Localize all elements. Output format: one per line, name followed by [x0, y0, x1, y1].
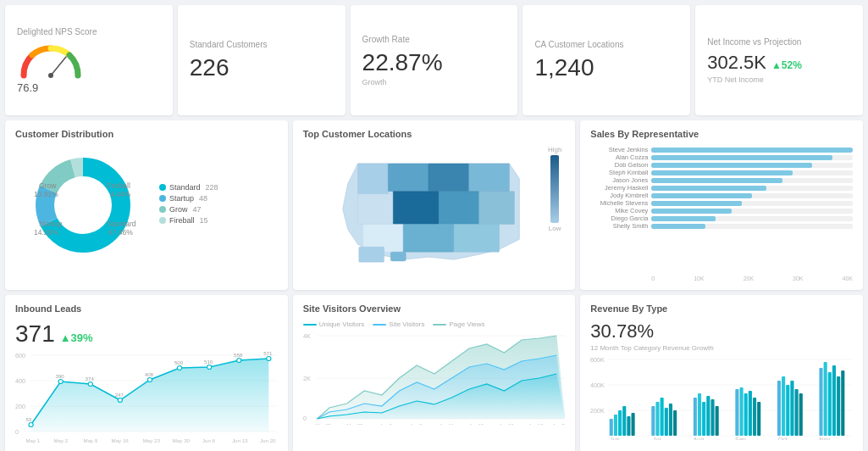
- svg-text:Jun 6: Jun 6: [202, 437, 216, 443]
- svg-rect-105: [711, 399, 715, 436]
- map-area: High Low: [303, 146, 566, 281]
- donut-legend: Standard 228 Startup 48 Grow 47: [159, 183, 218, 227]
- bar-row: Diego Garcia: [590, 214, 853, 222]
- svg-rect-26: [359, 247, 384, 262]
- svg-rect-17: [429, 163, 470, 191]
- svg-text:May 27: May 27: [346, 423, 362, 425]
- kpi-net-value: 302.5K: [707, 52, 766, 74]
- inbound-leads-badge: ▲39%: [60, 331, 93, 344]
- svg-rect-117: [795, 389, 799, 436]
- revenue-by-type-card: Revenue By Type 30.78% 12 Month Top Cate…: [580, 295, 863, 451]
- svg-text:Grow: Grow: [39, 181, 57, 190]
- svg-text:Jun 17: Jun 17: [499, 423, 513, 425]
- sv-legend-unique: Unique Visitors: [303, 320, 365, 328]
- svg-text:408: 408: [145, 371, 154, 377]
- svg-text:Fireball: Fireball: [107, 181, 130, 190]
- svg-text:Nov: Nov: [820, 437, 831, 440]
- bar-row: Dob Gelson: [590, 161, 853, 169]
- kpi-growth-value: 22.87%: [362, 49, 506, 76]
- svg-text:May 20: May 20: [315, 423, 331, 425]
- sv-legend-site: Site Visitors: [373, 320, 424, 328]
- svg-text:4K: 4K: [303, 333, 311, 340]
- svg-point-39: [88, 382, 92, 387]
- svg-point-37: [29, 423, 33, 427]
- svg-text:374: 374: [86, 376, 95, 381]
- svg-text:Aug: Aug: [694, 437, 705, 440]
- kpi-growth-sub: Growth: [362, 78, 506, 86]
- revenue-by-type-title: Revenue By Type: [590, 303, 853, 314]
- svg-rect-102: [698, 393, 701, 436]
- svg-text:200K: 200K: [590, 408, 605, 415]
- svg-rect-97: [661, 398, 664, 436]
- svg-rect-119: [820, 368, 823, 436]
- kpi-standard-title: Standard Customers: [190, 40, 334, 49]
- kpi-net-badge: ▲52%: [771, 59, 802, 71]
- bot-row: Inbound Leads 371 ▲39% 600 400 200 0: [5, 295, 863, 451]
- kpi-net: Net Income vs Projection 302.5K ▲52% YTD…: [695, 5, 863, 115]
- svg-point-1: [48, 73, 53, 78]
- svg-text:May 9: May 9: [84, 437, 98, 443]
- svg-text:390: 390: [55, 373, 64, 379]
- kpi-row: Delighted NPS Score 76.9 Sta: [5, 5, 863, 115]
- usa-map: [323, 148, 544, 280]
- svg-rect-22: [479, 191, 515, 224]
- inbound-leads-chart: 600 400 200 0: [15, 351, 278, 444]
- svg-text:Jun 7: Jun 7: [410, 423, 422, 425]
- svg-text:Jun: Jun: [610, 437, 620, 440]
- svg-text:Standard: Standard: [107, 220, 136, 228]
- bar-row: Mike Covey: [590, 207, 853, 214]
- svg-rect-114: [782, 376, 785, 436]
- svg-text:400K: 400K: [590, 382, 605, 389]
- svg-text:200: 200: [15, 404, 25, 410]
- svg-rect-20: [394, 191, 440, 224]
- kpi-ca: CA Customer Locations 1,240: [522, 5, 690, 115]
- bar-row: Jason Jones: [590, 176, 853, 184]
- kpi-ca-title: CA Customer Locations: [534, 40, 678, 49]
- sv-chart: 4K 2K 0: [303, 331, 566, 425]
- svg-text:13.91%: 13.91%: [34, 190, 58, 198]
- svg-rect-121: [828, 372, 832, 436]
- svg-rect-101: [694, 398, 697, 436]
- rev-svg: 600K 400K 200K: [590, 355, 853, 440]
- svg-text:53: 53: [25, 416, 31, 422]
- bar-chart-area: Steve Jenkins Alan Cozza Dob Gelson Step…: [590, 146, 853, 281]
- svg-text:Jun 13: Jun 13: [232, 437, 248, 443]
- svg-rect-103: [702, 402, 705, 436]
- svg-text:600K: 600K: [590, 357, 605, 364]
- kpi-net-sub: YTD Net Income: [707, 75, 851, 84]
- site-visitors-title: Site Visitors Overview: [303, 303, 566, 314]
- svg-text:Jun 19: Jun 19: [528, 423, 543, 425]
- revenue-sub: 12 Month Top Category Revenue Growth: [590, 344, 853, 352]
- svg-rect-116: [791, 381, 794, 436]
- svg-rect-90: [614, 415, 617, 436]
- customer-distribution-title: Customer Distribution: [15, 129, 278, 139]
- svg-rect-91: [618, 410, 622, 436]
- legend-standard: Standard 228: [159, 183, 218, 192]
- bar-row: Steve Jenkins: [590, 146, 853, 153]
- svg-point-42: [177, 366, 181, 370]
- svg-rect-118: [799, 393, 803, 436]
- svg-rect-109: [744, 393, 748, 436]
- nps-gauge: [17, 42, 85, 80]
- sv-legend-page: Page Views: [433, 320, 484, 328]
- sv-svg: 4K 2K 0: [303, 331, 566, 425]
- svg-rect-92: [623, 406, 627, 436]
- svg-rect-19: [358, 193, 394, 224]
- svg-text:510: 510: [204, 359, 213, 365]
- svg-rect-27: [391, 252, 406, 261]
- svg-rect-112: [757, 402, 760, 436]
- svg-text:67.46%: 67.46%: [108, 228, 133, 237]
- svg-rect-21: [439, 191, 479, 224]
- svg-rect-122: [832, 365, 836, 436]
- svg-text:4.44%: 4.44%: [110, 190, 131, 198]
- kpi-growth-title: Growth Rate: [362, 35, 506, 44]
- svg-text:Jun 11: Jun 11: [440, 423, 454, 425]
- svg-rect-124: [842, 370, 845, 436]
- legend-fireball: Fireball 15: [159, 216, 218, 225]
- svg-text:Oct: Oct: [778, 437, 788, 440]
- svg-text:Jun 3: Jun 3: [379, 423, 391, 425]
- bar-axis: 0 10K 20K 30K 40K: [590, 276, 853, 281]
- inbound-leads-title: Inbound Leads: [15, 303, 278, 314]
- svg-marker-36: [31, 359, 269, 432]
- svg-text:May 1: May 1: [25, 437, 40, 443]
